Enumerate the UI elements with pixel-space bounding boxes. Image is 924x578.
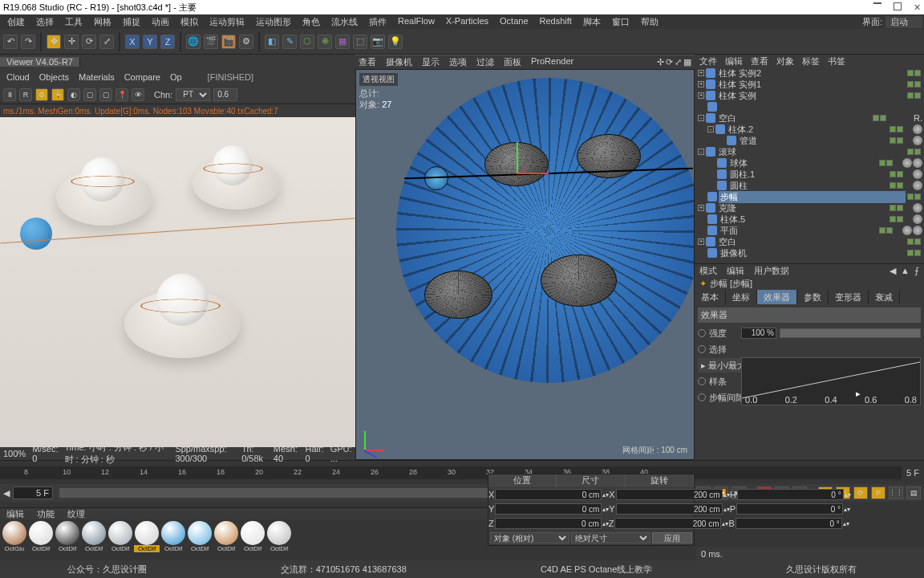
size-z[interactable] (614, 518, 721, 529)
menu-网格[interactable]: 网格 (88, 16, 117, 28)
timeline-ruler[interactable]: 810121416182022242628303234363840 (0, 466, 902, 479)
material-item[interactable]: OctDif (266, 521, 292, 552)
tree-row[interactable]: +柱体 实例1 (695, 79, 924, 90)
obj-menu-书签[interactable]: 书签 (828, 55, 845, 67)
viewer-menu-Objects[interactable]: Objects (39, 72, 69, 82)
vp-menu-过滤[interactable]: 过滤 (476, 56, 494, 68)
material-item[interactable]: OctDif (28, 521, 54, 552)
vp-menu-选项[interactable]: 选项 (449, 56, 467, 68)
tree-row[interactable]: +空白 (695, 236, 924, 247)
square-icon[interactable]: ▢ (83, 88, 96, 101)
minimize-icon[interactable] (873, 2, 881, 4)
rot-y[interactable] (736, 503, 843, 515)
minmax-label[interactable]: ▸ 最小/最大 (701, 360, 746, 372)
material-item[interactable]: OctDif (107, 521, 133, 552)
tree-row[interactable]: 圆柱.1 (695, 169, 924, 180)
tree-row[interactable]: +克隆 (695, 202, 924, 214)
menu-帮助[interactable]: 帮助 (635, 16, 664, 28)
menu-工具[interactable]: 工具 (59, 16, 88, 28)
eye-icon[interactable]: 👁 (132, 88, 144, 101)
deformer-tool[interactable]: ▦ (335, 35, 350, 49)
radio-icon[interactable] (698, 393, 706, 401)
mat-tab-纹理[interactable]: 纹理 (67, 508, 85, 520)
select-tool[interactable]: ✥ (47, 35, 61, 49)
material-item[interactable]: OctDif (55, 521, 80, 552)
close-icon[interactable]: ✕ (914, 2, 921, 13)
chn-select[interactable]: PT (176, 88, 210, 101)
menu-捕捉[interactable]: 捕捉 (117, 16, 146, 28)
menu-运动图形[interactable]: 运动图形 (250, 16, 297, 28)
axis-z-button[interactable]: Z (160, 35, 175, 49)
menu-角色[interactable]: 角色 (297, 16, 326, 28)
menu-流水线[interactable]: 流水线 (326, 16, 363, 28)
rot-z[interactable] (736, 518, 842, 529)
tree-row[interactable]: -空白R. (695, 112, 924, 124)
expander-icon[interactable]: - (698, 115, 704, 121)
axis-x-button[interactable]: X (125, 35, 140, 49)
viewer-menu-Op[interactable]: Op (170, 72, 182, 82)
expander-icon[interactable]: + (698, 92, 704, 99)
scale-tool[interactable]: ⤢ (99, 35, 114, 49)
material-item[interactable]: OctDif (187, 521, 213, 552)
maximize-icon[interactable] (894, 2, 902, 10)
obj-menu-文件[interactable]: 文件 (699, 55, 717, 67)
material-item[interactable]: OctDif (134, 521, 160, 552)
menu-脚本[interactable]: 脚本 (578, 16, 606, 28)
camera-tool[interactable]: 📷 (371, 35, 385, 49)
vp-menu-显示[interactable]: 显示 (422, 56, 440, 68)
menu-X-Particles[interactable]: X-Particles (440, 16, 494, 28)
size-x[interactable] (616, 489, 723, 500)
vp-menu-查看[interactable]: 查看 (359, 56, 376, 68)
env-tool[interactable]: ⬚ (353, 35, 367, 49)
fn-icon[interactable]: ⨍ (914, 266, 919, 276)
pos-y[interactable] (495, 503, 602, 515)
strength-slider[interactable] (780, 328, 921, 338)
tree-row[interactable]: 柱体.5 (695, 214, 924, 225)
material-item[interactable]: OctDif (81, 521, 107, 552)
obj-menu-编辑[interactable]: 编辑 (725, 55, 743, 67)
expander-icon[interactable]: + (698, 81, 704, 88)
apply-button[interactable]: 应用 (652, 532, 692, 543)
expander-icon[interactable]: - (698, 149, 704, 155)
chn-value[interactable] (213, 88, 237, 101)
pen-tool[interactable]: ✎ (282, 35, 297, 49)
menu-运动剪辑[interactable]: 运动剪辑 (204, 16, 250, 28)
start-frame[interactable] (13, 486, 53, 499)
material-item[interactable]: OctDif (240, 521, 265, 552)
tree-row[interactable]: -滚球 (695, 146, 924, 157)
attr-tab-参数[interactable]: 参数 (797, 290, 829, 304)
vp-icon[interactable]: ⟳ (666, 57, 673, 67)
viewer-tab[interactable]: Viewer V4.05-R7 (0, 57, 80, 67)
attr-tab-衰减[interactable]: 衰减 (869, 290, 900, 304)
vp-icon[interactable]: ⤢ (675, 57, 682, 67)
viewer-menu-Cloud[interactable]: Cloud (6, 72, 30, 82)
axis-y-button[interactable]: Y (143, 35, 157, 49)
tree-row[interactable]: +柱体 实例 (695, 90, 924, 101)
render-settings-button[interactable]: ⚙ (239, 35, 253, 49)
pos-z[interactable] (495, 518, 602, 529)
attr-menu-用户数据[interactable]: 用户数据 (754, 265, 789, 277)
move-tool[interactable]: ✢ (64, 35, 79, 49)
world-button[interactable]: 🌐 (186, 35, 201, 49)
rot-x[interactable] (737, 489, 844, 500)
tree-row[interactable]: 摄像机 (695, 247, 924, 258)
cube-primitive[interactable]: ◧ (265, 35, 279, 49)
grid-icon[interactable]: ⋮⋮ (889, 486, 903, 499)
expander-icon[interactable]: + (698, 70, 704, 76)
strength-field[interactable]: 100 % (741, 328, 776, 339)
doc-icon[interactable]: ▤ (906, 486, 921, 499)
size-mode-select[interactable]: 绝对尺寸 (571, 532, 650, 543)
vp-menu-ProRender[interactable]: ProRender (531, 56, 573, 68)
expander-icon[interactable]: + (698, 238, 704, 245)
menu-创建[interactable]: 创建 (2, 16, 30, 28)
mat-tab-编辑[interactable]: 编辑 (6, 508, 24, 520)
generator-tool[interactable]: ❋ (318, 35, 332, 49)
attr-menu-编辑[interactable]: 编辑 (727, 265, 744, 277)
up-icon[interactable]: ▲ (901, 266, 910, 276)
tree-row[interactable]: 圆柱 (695, 180, 924, 191)
square2-icon[interactable]: ▢ (99, 88, 112, 101)
pos-x[interactable] (495, 489, 602, 500)
vp-icon[interactable]: ▦ (683, 57, 691, 67)
tree-row[interactable]: +柱体 实例2 (695, 67, 924, 79)
menu-Redshift[interactable]: Redshift (534, 16, 578, 28)
